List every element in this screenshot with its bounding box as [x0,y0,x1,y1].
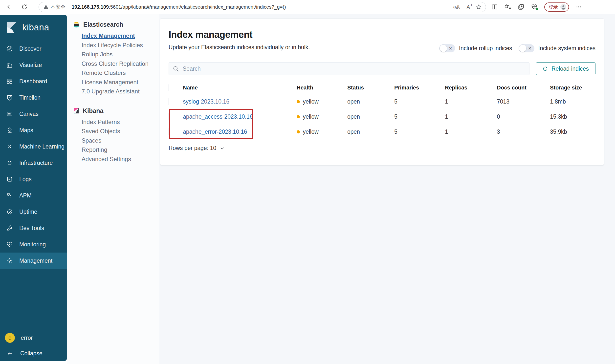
login-button[interactable]: 登录 [544,2,569,12]
sidebar-item-uptime[interactable]: Uptime [0,204,67,220]
index-name-link[interactable]: apache_access-2023.10.16 [183,113,253,120]
apm-icon [6,192,13,199]
sidebar-nav: Discover Visualize Dashboard Timelion Ca… [0,41,67,269]
sidebar-item-maps[interactable]: Maps [0,122,67,138]
monitoring-icon [6,241,13,248]
url-path: :5601/app/kibana#/management/elasticsear… [109,4,286,10]
kibana-logo-small-icon [73,107,79,114]
sidebar-item-discover[interactable]: Discover [0,41,67,57]
username-label: error [21,335,33,341]
index-name-link[interactable]: apache_error-2023.10.16 [183,128,247,135]
profile-icon [560,4,567,10]
sidebar-item-dashboard[interactable]: Dashboard [0,73,67,89]
address-bar[interactable]: 不安全 192.168.175.109:5601/app/kibana#/man… [39,2,486,12]
sidebar-item-label: Infrastructure [19,160,53,166]
nav-section-elasticsearch: Elasticsearch Index Management Index Lif… [73,21,159,96]
filter-toggles: × Include rollup indices × Include syste… [439,44,595,52]
sidebar-item-label: APM [19,192,32,199]
select-all-checkbox[interactable] [169,84,169,91]
reload-indices-button[interactable]: Reload indices [536,62,595,75]
logs-icon [6,176,13,182]
favorites-bar-icon[interactable] [505,4,511,10]
sidebar-item-label: Dev Tools [19,225,44,232]
nav-item-rollup-jobs[interactable]: Rollup Jobs [82,50,159,59]
sidebar-item-label: Management [19,257,52,264]
primaries-value: 5 [394,98,445,105]
sidebar-item-label: Canvas [19,111,39,117]
sidebar-item-timelion[interactable]: Timelion [0,89,67,106]
index-name-link[interactable]: syslog-2023.10.16 [183,98,229,105]
include-rollup-toggle-group: × Include rollup indices [439,44,512,52]
row-checkbox[interactable] [169,98,169,105]
section-title: Kibana [83,107,103,114]
translate-icon[interactable]: aあ [453,4,461,10]
health-value: yellow [303,128,319,135]
browser-back-button[interactable] [5,3,14,11]
nav-item-upgrade-assistant[interactable]: 7.0 Upgrade Assistant [82,87,159,96]
nav-item-license-management[interactable]: License Management [82,78,159,87]
sidebar-item-monitoring[interactable]: Monitoring [0,236,67,253]
index-management-panel: Index management Update your Elasticsear… [160,19,604,165]
sidebar-item-canvas[interactable]: Canvas [0,106,67,122]
column-header-docs-count[interactable]: Docs count [497,85,550,91]
browser-refresh-button[interactable] [20,3,29,11]
browser-menu-icon[interactable] [576,4,582,10]
nav-item-advanced-settings[interactable]: Advanced Settings [82,154,159,164]
elasticsearch-section-header: Elasticsearch [73,21,159,28]
infrastructure-icon [6,160,13,166]
uptime-icon [6,209,13,215]
sidebar-item-dev-tools[interactable]: Dev Tools [0,220,67,236]
nav-item-index-management[interactable]: Index Management [82,31,159,41]
column-header-health[interactable]: Health [297,85,347,91]
column-header-storage-size[interactable]: Storage size [550,85,595,91]
sidebar-item-machine-learning[interactable]: Machine Learning [0,138,67,155]
nav-item-reporting[interactable]: Reporting [82,145,159,154]
primaries-value: 5 [394,128,445,135]
address-divider [68,4,68,10]
rows-per-page-selector[interactable]: Rows per page: 10 [169,145,595,151]
sidebar-item-label: Maps [19,127,33,134]
table-header-row: Name Health Status Primaries Replicas Do… [169,82,595,94]
include-system-toggle[interactable]: × [519,44,534,52]
column-header-replicas[interactable]: Replicas [445,85,497,91]
nav-item-cross-cluster-replication[interactable]: Cross Cluster Replication [82,59,159,68]
nav-item-index-patterns[interactable]: Index Patterns [82,117,159,127]
row-checkbox[interactable] [169,128,169,135]
storage-size-value: 15.3kb [550,113,595,120]
map-pin-icon [6,127,13,133]
sidebar-item-visualize[interactable]: Visualize [0,57,67,73]
timelion-shield-icon [6,94,13,101]
kibana-logo[interactable]: kibana [0,15,67,34]
column-header-primaries[interactable]: Primaries [394,85,445,91]
health-dot [297,100,300,103]
column-header-status[interactable]: Status [347,85,394,91]
collapse-button[interactable]: Collapse [0,350,67,357]
sidebar-item-logs[interactable]: Logs [0,171,67,187]
read-aloud-icon[interactable]: A [467,4,470,10]
sidebar-item-management[interactable]: Management [0,253,67,269]
reload-icon [543,66,548,71]
search-input[interactable] [169,62,529,75]
nav-item-index-lifecycle-policies[interactable]: Index Lifecycle Policies [82,41,159,50]
column-header-name[interactable]: Name [183,85,297,91]
dashboard-grid-icon [6,78,13,85]
row-checkbox[interactable] [169,113,169,120]
include-rollup-toggle[interactable]: × [439,44,455,52]
main-content: Index management Update your Elasticsear… [159,14,615,364]
split-screen-icon[interactable] [491,4,498,10]
toggle-off-x-icon: × [528,46,531,51]
sidebar-item-label: Visualize [19,62,42,68]
url-host: 192.168.175.109 [72,4,109,10]
browser-essentials-icon[interactable] [531,4,538,10]
nav-item-remote-clusters[interactable]: Remote Clusters [82,68,159,78]
chevron-down-icon [220,146,225,151]
collections-icon[interactable] [518,4,524,10]
nav-item-spaces[interactable]: Spaces [82,136,159,145]
favorite-star-icon[interactable] [476,4,482,10]
nav-item-saved-objects[interactable]: Saved Objects [82,127,159,136]
sidebar-item-infrastructure[interactable]: Infrastructure [0,155,67,171]
sidebar-item-apm[interactable]: APM [0,187,67,204]
storage-size-value: 1.8mb [550,98,595,105]
user-menu[interactable]: e error [0,333,67,343]
collapse-label: Collapse [20,350,43,357]
